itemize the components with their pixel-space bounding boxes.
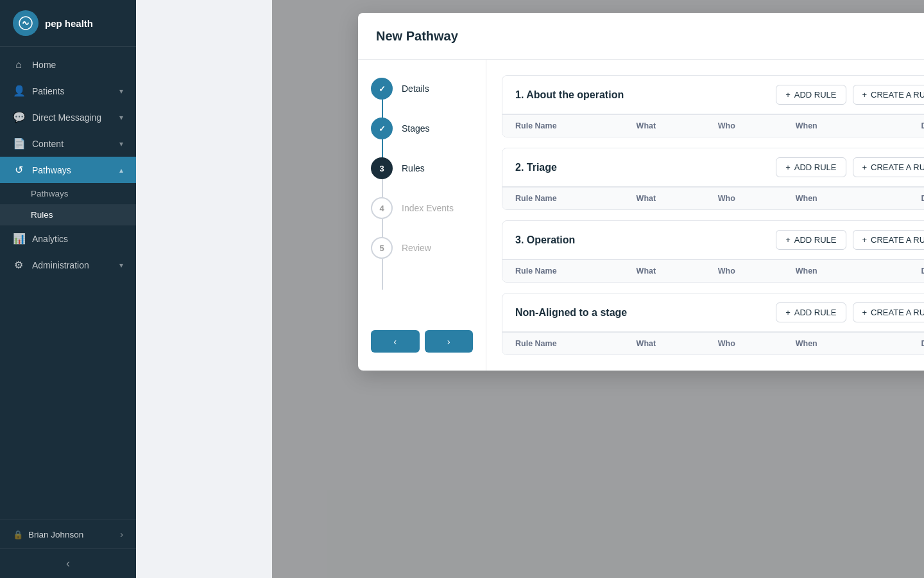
forward-icon: › [447,336,450,347]
steps-navigation: ‹ › [371,317,473,353]
rules-content: 1. About the operation + ADD RULE + CREA… [486,60,924,371]
step-index-events: 4 Index Events [371,197,473,237]
step-circle-rules: 3 [371,157,393,179]
collapse-sidebar-button[interactable]: ‹ [0,548,136,578]
stage-operation-table: Rule Name What Who When Delete [502,259,924,282]
stage-operation-title: 3. Operation [515,234,575,246]
sidebar-item-home[interactable]: ⌂ Home [0,52,136,78]
stage-about-operation-title: 1. About the operation [515,89,624,101]
col-who-4: Who [705,333,783,355]
col-who-3: Who [705,260,783,283]
modal-overlay: New Pathway × ✓ Details ✓ St [272,0,924,578]
col-delete-1: Delete [868,115,924,137]
back-button[interactable]: ‹ [371,330,420,353]
stage-triage-table: Rule Name What Who When Delete [502,187,924,209]
col-when-1: When [783,115,868,137]
sidebar: pep health ⌂ Home 👤 Patients ▾ 💬 Direct … [0,0,136,578]
create-rule-button-1[interactable]: + CREATE A RULE [853,85,925,105]
pathways-icon: ↺ [13,164,24,176]
sidebar-item-content[interactable]: 📄 Content ▾ [0,130,136,157]
add-rule-button-1[interactable]: + ADD RULE [776,85,846,105]
modal-body: ✓ Details ✓ Stages 3 Rules 4 [358,60,924,371]
create-rule-button-2[interactable]: + CREATE A RULE [853,157,925,177]
sidebar-subitem-rules[interactable]: Rules [0,204,136,225]
user-name: Brian Johnson [28,530,83,539]
logo-text: pep health [45,18,93,29]
plus-icon: + [862,162,868,172]
add-rule-label-1: ADD RULE [794,90,837,100]
col-delete-4: Delete [868,333,924,355]
add-rule-button-2[interactable]: + ADD RULE [776,157,846,177]
col-when-3: When [783,260,868,283]
step-label-rules: Rules [402,163,425,173]
new-pathway-modal: New Pathway × ✓ Details ✓ St [358,13,924,371]
plus-icon: + [785,162,791,172]
col-rule-name-3: Rule Name [502,260,624,283]
stage-about-operation-table: Rule Name What Who When Delete [502,114,924,137]
add-rule-button-4[interactable]: + ADD RULE [776,302,846,322]
col-when-2: When [783,188,868,210]
patients-icon: 👤 [13,85,24,97]
user-profile[interactable]: 🔒 Brian Johnson › [0,520,136,548]
chevron-down-icon: ▾ [119,87,123,96]
stage-operation-actions: + ADD RULE + CREATE A RULE [776,230,924,250]
col-delete-2: Delete [868,188,924,210]
sidebar-subitem-pathways[interactable]: Pathways [0,183,136,204]
sidebar-item-direct-messaging-label: Direct Messaging [32,112,101,123]
step-circle-index-events: 4 [371,197,393,219]
col-who-1: Who [705,115,783,137]
col-delete-3: Delete [868,260,924,283]
col-rule-name-1: Rule Name [502,115,624,137]
stage-about-operation: 1. About the operation + ADD RULE + CREA… [502,75,924,137]
sidebar-item-administration[interactable]: ⚙ Administration ▾ [0,252,136,278]
plus-icon: + [785,308,791,317]
sidebar-item-direct-messaging[interactable]: 💬 Direct Messaging ▾ [0,104,136,130]
step-stages: ✓ Stages [371,118,473,157]
sidebar-item-pathways[interactable]: ↺ Pathways ▴ [0,157,136,183]
forward-button[interactable]: › [425,330,474,353]
logo-mark [13,10,38,36]
stage-about-operation-header: 1. About the operation + ADD RULE + CREA… [502,76,924,114]
stage-triage-header: 2. Triage + ADD RULE + CREATE A RULE [502,148,924,187]
back-icon: ‹ [393,336,397,347]
plus-icon: + [785,235,791,245]
add-rule-label-2: ADD RULE [794,162,837,172]
sidebar-item-pathways-label: Pathways [32,165,71,175]
chevron-down-icon: ▾ [119,113,123,122]
chevron-right-icon: › [120,529,123,539]
sidebar-nav: ⌂ Home 👤 Patients ▾ 💬 Direct Messaging ▾… [0,47,136,520]
analytics-icon: 📊 [13,232,24,245]
create-rule-label-2: CREATE A RULE [871,162,924,172]
create-rule-label-3: CREATE A RULE [871,235,924,245]
col-what-3: What [624,260,705,283]
sidebar-item-analytics[interactable]: 📊 Analytics [0,225,136,252]
sidebar-item-patients-label: Patients [32,86,65,96]
stage-non-aligned-header: Non-Aligned to a stage + ADD RULE + CREA… [502,293,924,332]
administration-icon: ⚙ [13,259,24,271]
stage-operation: 3. Operation + ADD RULE + CREATE A RULE [502,220,924,283]
user-info: 🔒 Brian Johnson [13,530,114,539]
sidebar-item-home-label: Home [32,60,56,70]
create-rule-button-4[interactable]: + CREATE A RULE [853,302,925,322]
plus-icon: + [862,90,868,100]
step-rules: 3 Rules [371,157,473,197]
sidebar-item-content-label: Content [32,139,64,149]
step-label-stages: Stages [402,123,430,134]
step-circle-review: 5 [371,237,393,259]
add-rule-button-3[interactable]: + ADD RULE [776,230,846,250]
add-rule-label-4: ADD RULE [794,308,837,317]
sidebar-item-administration-label: Administration [32,260,89,270]
stage-triage-title: 2. Triage [515,162,557,173]
collapse-icon: ‹ [66,557,70,570]
stage-operation-header: 3. Operation + ADD RULE + CREATE A RULE [502,221,924,259]
stage-about-operation-actions: + ADD RULE + CREATE A RULE [776,85,924,105]
stage-non-aligned-table: Rule Name What Who When Delete [502,332,924,355]
sidebar-item-patients[interactable]: 👤 Patients ▾ [0,78,136,104]
step-review: 5 Review [371,237,473,277]
step-label-index-events: Index Events [402,203,454,213]
col-what-2: What [624,188,705,210]
step-label-details: Details [402,83,429,94]
messaging-icon: 💬 [13,111,24,123]
col-who-2: Who [705,188,783,210]
create-rule-button-3[interactable]: + CREATE A RULE [853,230,925,250]
